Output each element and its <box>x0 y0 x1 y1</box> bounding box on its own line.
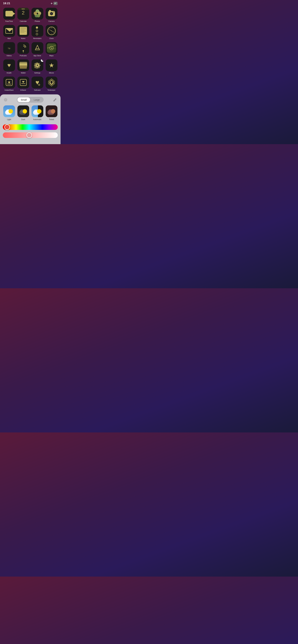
app-facetime[interactable]: FaceTime <box>3 8 15 22</box>
svg-rect-3 <box>37 62 38 64</box>
svg-line-22 <box>7 98 7 99</box>
svg-rect-6 <box>39 65 40 66</box>
app-label-videos: Videos <box>7 55 12 56</box>
app-notes[interactable]: Notes <box>17 25 30 39</box>
app-label-calendar: Calendar <box>20 20 27 22</box>
app-label-insaver: InSaver <box>20 89 26 91</box>
app-label-clock: Clock <box>49 38 54 39</box>
opacity-thumb[interactable] <box>26 132 32 138</box>
app-label-wallet: Wallet <box>21 72 26 74</box>
theme-automatic[interactable]: Automatic <box>31 106 44 120</box>
eyedropper-button[interactable] <box>52 97 58 102</box>
status-right: ✈ 67 <box>51 2 57 5</box>
svg-rect-4 <box>37 67 38 68</box>
opacity-slider[interactable] <box>3 132 58 138</box>
app-label-gahvare: Gahvare <box>34 89 41 91</box>
theme-light-label: Light <box>7 118 11 120</box>
svg-line-20 <box>7 100 7 101</box>
app-label-notes: Notes <box>21 38 26 39</box>
battery-indicator: 67 <box>54 2 57 5</box>
app-label-settings: Settings <box>34 72 41 74</box>
theme-automatic-label: Automatic <box>33 118 41 120</box>
app-wallet[interactable]: Wallet <box>17 59 30 74</box>
app-label-maps: Maps <box>49 55 54 56</box>
app-label-photos: Photos <box>35 20 40 22</box>
app-podcasts[interactable]: Podcasts <box>17 42 30 56</box>
size-large-button[interactable]: Large <box>30 97 43 102</box>
app-label-tonkeeper: Tonkeeper <box>48 89 55 91</box>
app-grid: FaceTime WED 2 Calendar Photos <box>0 6 61 94</box>
app-appstore[interactable]: App Store <box>31 42 44 56</box>
bottom-panel: Small Large L <box>0 94 61 144</box>
app-label-facetime: FaceTime <box>5 20 13 22</box>
theme-tinted-label: Tinted <box>49 118 54 120</box>
app-camera[interactable]: Camera <box>45 8 58 22</box>
theme-dark[interactable]: Dark <box>17 106 30 120</box>
app-tonkeeper[interactable]: Tonkeeper <box>45 76 58 91</box>
app-clock[interactable]: 12 3 6 9 1 2 4 5 7 8 10 11 Clock <box>45 25 58 39</box>
theme-options: Light Dark <box>3 106 58 120</box>
app-settings[interactable]: 1 Settings <box>31 59 44 74</box>
app-photos[interactable]: Photos <box>31 8 44 22</box>
hue-thumb[interactable] <box>4 124 10 130</box>
app-calendar[interactable]: WED 2 Calendar <box>17 8 30 22</box>
app-videos[interactable]:  tv Videos <box>3 42 15 56</box>
svg-line-23 <box>55 99 56 99</box>
size-toggle-group: Small Large <box>17 97 44 102</box>
svg-line-21 <box>4 100 5 101</box>
app-imovie[interactable]: ★ iMovie <box>45 59 58 74</box>
svg-point-14 <box>5 99 6 100</box>
hue-slider[interactable] <box>3 124 58 130</box>
app-label-instantsave: InstantSave <box>5 89 14 91</box>
brightness-icon[interactable] <box>3 97 8 102</box>
app-label-health: Health <box>7 72 12 74</box>
app-reminders[interactable]: Reminders <box>31 25 44 39</box>
airplane-icon: ✈ <box>51 2 53 5</box>
app-label-podcasts: Podcasts <box>20 55 27 56</box>
settings-badge: 1 <box>41 59 43 62</box>
hue-slider-container <box>3 124 58 130</box>
status-time: 18:21 <box>3 2 10 5</box>
app-label-appstore: App Store <box>34 55 41 56</box>
status-bar: 18:21 ✈ 67 <box>0 0 61 6</box>
theme-light[interactable]: Light <box>3 106 15 120</box>
theme-tinted[interactable]: Tinted <box>45 106 58 120</box>
size-small-button[interactable]: Small <box>17 97 30 102</box>
panel-controls-row: Small Large <box>3 97 58 102</box>
app-maps[interactable]: ▲ Maps <box>45 42 58 56</box>
app-label-mail: Mail <box>8 38 11 39</box>
app-label-reminders: Reminders <box>33 38 41 39</box>
theme-dark-label: Dark <box>21 118 25 120</box>
app-mail[interactable]: Mail <box>3 25 15 39</box>
app-instantsave[interactable]: InstantSave <box>3 76 15 91</box>
app-gahvare[interactable]: ♥ Gahvare <box>31 76 44 91</box>
svg-point-24 <box>54 100 54 101</box>
app-label-imovie: iMovie <box>49 72 54 74</box>
svg-point-2 <box>37 64 38 66</box>
app-label-camera: Camera <box>48 20 55 22</box>
app-insaver[interactable]: InSaver <box>17 76 30 91</box>
opacity-slider-container <box>3 132 58 138</box>
app-health[interactable]: ♥ Health <box>3 59 15 74</box>
svg-line-19 <box>4 98 5 99</box>
svg-rect-5 <box>35 65 36 66</box>
